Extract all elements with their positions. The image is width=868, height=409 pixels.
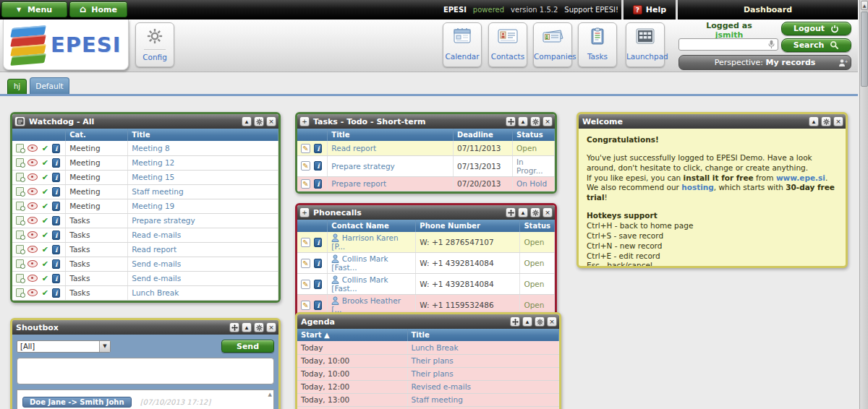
phonecalls-header[interactable]: + Phonecalls ▴ × xyxy=(297,205,555,220)
record-link[interactable]: Read e-mails xyxy=(128,228,278,242)
column-header-actions[interactable] xyxy=(297,220,328,232)
column-header-cat[interactable]: Cat. xyxy=(66,129,128,141)
edit-icon[interactable]: ✎ xyxy=(301,144,310,153)
page-scrollbar[interactable]: ▲ xyxy=(859,0,868,409)
stop-watching-icon[interactable] xyxy=(27,275,38,282)
info-icon[interactable]: i xyxy=(314,179,322,189)
stop-watching-icon[interactable] xyxy=(27,202,38,210)
info-icon[interactable]: i xyxy=(52,144,60,153)
info-icon[interactable]: i xyxy=(52,288,60,298)
info-icon[interactable]: i xyxy=(314,144,322,153)
column-header-title[interactable]: Title xyxy=(128,129,278,141)
event-link[interactable]: Revised e-mails xyxy=(407,380,559,393)
record-link[interactable]: Meeting 19 xyxy=(128,199,278,213)
scroll-up-icon[interactable]: ▲ xyxy=(268,392,272,397)
view-record-icon[interactable] xyxy=(16,173,24,181)
recipient-select[interactable]: [All] ▼ xyxy=(17,340,111,353)
view-record-icon[interactable] xyxy=(16,216,24,225)
settings-button[interactable] xyxy=(254,322,264,332)
edit-icon[interactable]: ✎ xyxy=(301,259,310,268)
mark-read-icon[interactable]: ✔ xyxy=(42,259,48,269)
collapse-button[interactable]: ▴ xyxy=(518,207,528,218)
event-link[interactable]: Staff meeting xyxy=(407,393,559,406)
edit-icon[interactable]: ✎ xyxy=(301,301,310,310)
mark-read-icon[interactable]: ✔ xyxy=(42,216,48,225)
settings-button[interactable] xyxy=(535,317,545,327)
message-author-badge[interactable]: Doe Jane -> Smith John xyxy=(22,397,132,408)
add-task-button[interactable]: + xyxy=(299,116,310,126)
mark-read-icon[interactable]: ✔ xyxy=(42,245,48,254)
info-icon[interactable]: i xyxy=(314,238,322,247)
record-link[interactable]: Send e-mails xyxy=(128,271,278,285)
move-button[interactable] xyxy=(506,207,516,218)
search-input[interactable] xyxy=(678,38,778,51)
mark-read-icon[interactable]: ✔ xyxy=(42,274,48,283)
view-record-icon[interactable] xyxy=(16,274,24,283)
view-record-icon[interactable] xyxy=(16,158,24,167)
column-header-start[interactable]: Start ▲ xyxy=(297,329,407,341)
column-header-status[interactable]: Status xyxy=(520,220,555,232)
scrollbar-up-icon[interactable]: ▲ xyxy=(861,1,868,10)
contact-link[interactable]: Harrison Karen [P... xyxy=(331,233,398,251)
info-icon[interactable]: i xyxy=(314,259,322,268)
epesi-logo[interactable]: EPESI xyxy=(3,20,129,70)
mark-read-icon[interactable]: ✔ xyxy=(42,231,48,240)
mark-read-icon[interactable]: ✔ xyxy=(42,144,48,153)
search-button[interactable]: Search xyxy=(781,38,851,52)
view-record-icon[interactable] xyxy=(16,259,24,268)
close-button[interactable]: × xyxy=(547,317,557,327)
shout-message-input[interactable] xyxy=(17,358,274,384)
view-record-icon[interactable] xyxy=(16,231,24,239)
close-button[interactable]: × xyxy=(542,207,553,218)
stop-watching-icon[interactable] xyxy=(27,159,38,166)
close-button[interactable]: × xyxy=(266,322,276,332)
edit-icon[interactable]: ✎ xyxy=(301,238,310,247)
view-record-icon[interactable] xyxy=(16,202,24,210)
home-button[interactable]: ⌂ Home xyxy=(69,1,127,17)
record-link[interactable]: Meeting 15 xyxy=(128,170,278,184)
task-link[interactable]: Read report xyxy=(328,141,454,155)
menu-button[interactable]: ▼ Menu xyxy=(1,1,67,17)
record-link[interactable]: Prepare strategy xyxy=(128,213,278,228)
close-button[interactable]: × xyxy=(266,116,276,126)
send-button[interactable]: Send xyxy=(221,340,274,353)
stop-watching-icon[interactable] xyxy=(27,260,38,267)
support-link[interactable]: Support EPESI! xyxy=(564,6,618,14)
collapse-button[interactable]: ▴ xyxy=(242,116,252,126)
collapse-button[interactable]: ▴ xyxy=(809,116,819,126)
info-icon[interactable]: i xyxy=(52,231,60,240)
event-link[interactable]: Lunch Break xyxy=(407,341,559,354)
stop-watching-icon[interactable] xyxy=(27,217,38,224)
column-header-contact[interactable]: Contact Name xyxy=(328,220,416,232)
record-link[interactable]: Send e-mails xyxy=(128,257,278,271)
stop-watching-icon[interactable] xyxy=(27,246,38,253)
info-icon[interactable]: i xyxy=(52,173,60,182)
tasks-button[interactable]: Tasks xyxy=(578,22,617,67)
logout-button[interactable]: Logout xyxy=(781,22,851,35)
edit-icon[interactable]: ✎ xyxy=(301,179,310,189)
info-icon[interactable]: i xyxy=(314,280,322,289)
task-link[interactable]: Prepare report xyxy=(328,176,454,191)
collapse-button[interactable]: ▴ xyxy=(242,322,252,332)
agenda-header[interactable]: Agenda ▴ × xyxy=(297,314,559,329)
stop-watching-icon[interactable] xyxy=(27,173,38,181)
event-link[interactable]: Staff meeting xyxy=(407,406,559,409)
help-button[interactable]: ? Help xyxy=(624,0,676,20)
microphone-icon[interactable] xyxy=(768,40,775,49)
contacts-button[interactable]: Contacts xyxy=(488,22,527,67)
edit-icon[interactable]: ✎ xyxy=(301,280,310,289)
settings-button[interactable] xyxy=(254,116,264,126)
record-link[interactable]: Lunch Break xyxy=(128,285,278,300)
task-link[interactable]: Prepare strategy xyxy=(328,155,454,176)
tab-hj[interactable]: hj xyxy=(7,79,27,94)
record-link[interactable]: Meeting 8 xyxy=(128,141,278,155)
collapse-button[interactable]: ▴ xyxy=(518,116,528,126)
info-icon[interactable]: i xyxy=(314,161,322,171)
view-record-icon[interactable] xyxy=(16,187,24,196)
companies-button[interactable]: Companies xyxy=(533,22,572,67)
dropdown-caret-icon[interactable]: ▼ xyxy=(99,341,110,352)
record-link[interactable]: Staff meeting xyxy=(128,184,278,199)
add-phonecall-button[interactable]: + xyxy=(299,207,310,218)
tasks-header[interactable]: + Tasks - Todo - Short-term ▴ × xyxy=(297,114,555,129)
view-record-icon[interactable] xyxy=(16,288,24,297)
